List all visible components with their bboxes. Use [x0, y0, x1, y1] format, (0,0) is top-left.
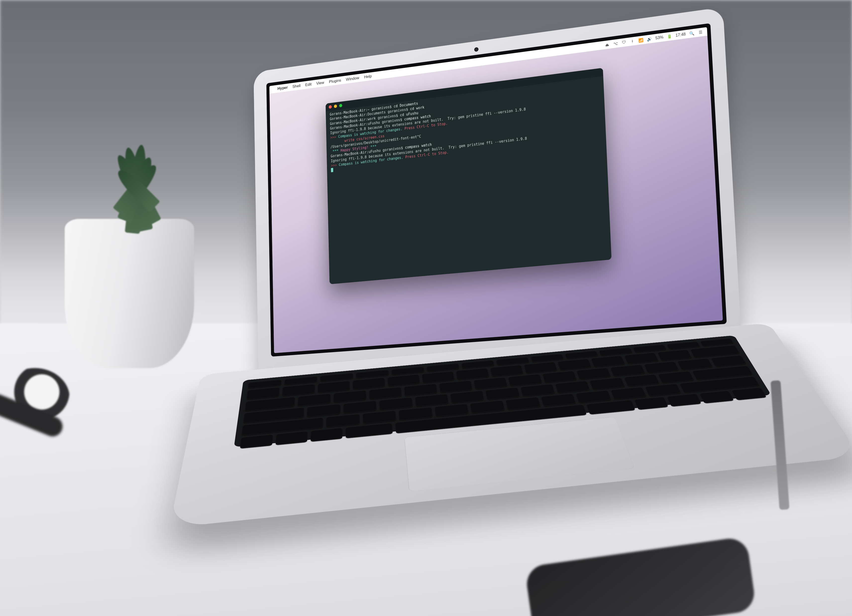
menu-edit[interactable]: Edit — [305, 82, 311, 87]
status-icon-3[interactable]: 🛡 — [621, 40, 627, 45]
status-icon-2[interactable]: ⌥ — [613, 41, 618, 46]
notification-center-icon[interactable]: ☰ — [698, 30, 703, 35]
window-close-button[interactable] — [329, 105, 332, 109]
window-minimize-button[interactable] — [334, 104, 337, 108]
battery-icon[interactable]: 🔋 — [667, 33, 672, 39]
laptop-lid: Hyper Shell Edit View Plugins Window Hel… — [254, 7, 743, 388]
wifi-icon[interactable]: 📶 — [638, 38, 644, 43]
menu-shell[interactable]: Shell — [292, 84, 301, 89]
terminal-window[interactable]: Gorans-MacBook-Air:~ goranivos$ cd Docum… — [325, 68, 611, 284]
menubar-app-name[interactable]: Hyper — [278, 85, 288, 91]
window-zoom-button[interactable] — [339, 104, 342, 107]
menu-window[interactable]: Window — [346, 75, 359, 82]
menu-plugins[interactable]: Plugins — [329, 78, 341, 84]
status-icon-1[interactable]: ⏏ — [605, 42, 610, 47]
plant-pot — [65, 219, 194, 368]
desktop-screen[interactable]: Hyper Shell Edit View Plugins Window Hel… — [269, 27, 723, 353]
cursor-icon — [331, 168, 333, 172]
succulent-plant — [89, 117, 179, 241]
spotlight-icon[interactable]: 🔍 — [689, 30, 695, 36]
screen-bezel: Hyper Shell Edit View Plugins Window Hel… — [266, 23, 727, 357]
laptop: Hyper Shell Edit View Plugins Window Hel… — [195, 20, 786, 587]
wristwatch — [0, 368, 69, 428]
menubar-clock[interactable]: 17:48 — [675, 32, 686, 38]
battery-percent[interactable]: 53% — [655, 35, 663, 41]
volume-icon[interactable]: 🔊 — [647, 36, 652, 42]
terminal-output[interactable]: Gorans-MacBook-Air:~ goranivos$ cd Docum… — [330, 78, 608, 281]
bluetooth-icon[interactable]: ᚼ — [630, 39, 635, 44]
menu-help[interactable]: Help — [364, 74, 372, 80]
webcam-icon — [474, 47, 479, 52]
menu-view[interactable]: View — [316, 80, 324, 86]
